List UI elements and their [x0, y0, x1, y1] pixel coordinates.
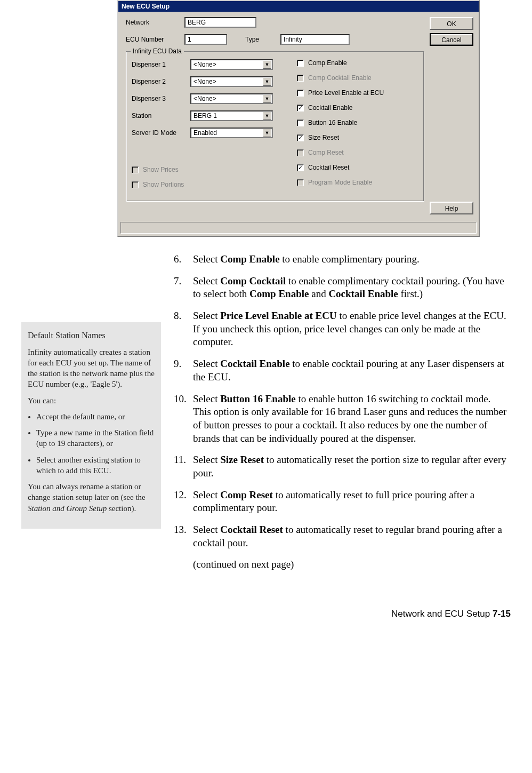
- checkbox-icon: [132, 181, 139, 188]
- step-number: 8.: [174, 309, 193, 349]
- checkbox-icon: [132, 166, 139, 173]
- step-10: 10. Select Button 16 Enable to enable bu…: [174, 393, 511, 445]
- ecu-number-label: ECU Number: [126, 36, 179, 43]
- sidebar-note: Default Station Names Infinity automatic…: [21, 322, 161, 529]
- ok-button[interactable]: OK: [430, 17, 473, 30]
- station-combo[interactable]: BERG 1 ▼: [190, 110, 273, 121]
- help-button[interactable]: Help: [430, 202, 473, 214]
- step-12: 12. Select Comp Reset to automatically r…: [174, 489, 511, 515]
- dispenser3-combo[interactable]: <None> ▼: [190, 93, 273, 104]
- step-9: 9. Select Cocktail Enable to enable cock…: [174, 357, 511, 384]
- network-label: Network: [126, 19, 179, 26]
- dispenser3-value: <None>: [194, 95, 216, 102]
- station-value: BERG 1: [194, 112, 217, 119]
- comp-reset-checkbox: Comp Reset: [297, 149, 418, 156]
- program-mode-label: Program Mode Enable: [308, 179, 372, 186]
- checkbox-icon: ✓: [297, 105, 304, 111]
- checkbox-icon: [297, 90, 304, 97]
- size-reset-label: Size Reset: [308, 134, 339, 141]
- checkbox-icon: [297, 149, 304, 156]
- chevron-down-icon[interactable]: ▼: [263, 111, 271, 120]
- step-11: 11. Select Size Reset to automatically r…: [174, 453, 511, 480]
- step-number: 7.: [174, 275, 193, 301]
- chevron-down-icon[interactable]: ▼: [263, 60, 271, 69]
- size-reset-checkbox[interactable]: ✓ Size Reset: [297, 134, 418, 141]
- sidebar-bullet: Type a new name in the Station field (up…: [36, 427, 155, 449]
- comp-enable-label: Comp Enable: [308, 59, 347, 67]
- server-id-combo[interactable]: Enabled ▼: [190, 127, 273, 138]
- step-6: 6. Select Comp Enable to enable complime…: [174, 253, 511, 266]
- sidebar-bullet: Accept the default name, or: [36, 411, 155, 422]
- step-8: 8. Select Price Level Enable at ECU to e…: [174, 309, 511, 349]
- continued-note: (continued on next page): [193, 558, 511, 571]
- dispenser2-label: Dispenser 2: [132, 78, 185, 85]
- cocktail-enable-checkbox[interactable]: ✓ Cocktail Enable: [297, 104, 418, 111]
- checkbox-icon: [297, 179, 304, 186]
- step-number: 13.: [174, 523, 193, 549]
- dispenser3-label: Dispenser 3: [132, 95, 185, 102]
- sidebar-p1: Infinity automatically creates a station…: [28, 347, 155, 390]
- dialog-title: New ECU Setup: [118, 1, 479, 12]
- step-number: 11.: [174, 453, 193, 480]
- sidebar-p2: You can:: [28, 395, 155, 406]
- infinity-ecu-data-group: Infinity ECU Data Dispenser 1 <None> ▼: [126, 51, 424, 202]
- button16-label: Button 16 Enable: [308, 119, 357, 126]
- price-level-label: Price Level Enable at ECU: [308, 89, 384, 97]
- comp-cocktail-label: Comp Cocktail Enable: [308, 74, 372, 82]
- server-id-label: Server ID Mode: [132, 129, 185, 137]
- new-ecu-setup-dialog: New ECU Setup Network BERG ECU Number 1 …: [117, 0, 480, 237]
- network-input[interactable]: BERG: [184, 17, 256, 28]
- sidebar-p3: You can always rename a station or chang…: [28, 481, 155, 514]
- cocktail-reset-checkbox[interactable]: ✓ Cocktail Reset: [297, 164, 418, 171]
- cancel-button[interactable]: Cancel: [430, 33, 473, 46]
- chevron-down-icon[interactable]: ▼: [263, 94, 271, 103]
- page-footer: Network and ECU Setup 7-15: [21, 609, 511, 619]
- server-id-value: Enabled: [194, 129, 217, 137]
- dispenser2-value: <None>: [194, 78, 216, 85]
- step-number: 12.: [174, 489, 193, 515]
- dispenser2-combo[interactable]: <None> ▼: [190, 76, 273, 87]
- step-13: 13. Select Cocktail Reset to automatical…: [174, 523, 511, 549]
- group-title: Infinity ECU Data: [131, 47, 184, 55]
- instruction-steps: 6. Select Comp Enable to enable complime…: [174, 253, 511, 571]
- type-input[interactable]: Infinity: [280, 34, 350, 45]
- station-label: Station: [132, 112, 185, 119]
- cocktail-enable-label: Cocktail Enable: [308, 104, 352, 111]
- button16-checkbox[interactable]: Button 16 Enable: [297, 119, 418, 126]
- step-number: 10.: [174, 393, 193, 445]
- show-prices-checkbox: Show Prices: [132, 166, 281, 173]
- ecu-number-input[interactable]: 1: [184, 34, 227, 45]
- status-bar: [120, 222, 477, 234]
- checkbox-icon: [297, 75, 304, 82]
- checkbox-icon: [297, 119, 304, 126]
- step-number: 6.: [174, 253, 193, 266]
- step-7: 7. Select Comp Cocktail to enable compli…: [174, 275, 511, 301]
- cocktail-reset-label: Cocktail Reset: [308, 164, 349, 171]
- price-level-checkbox[interactable]: Price Level Enable at ECU: [297, 89, 418, 97]
- comp-cocktail-checkbox: Comp Cocktail Enable: [297, 74, 418, 82]
- type-label: Type: [232, 36, 259, 43]
- checkbox-icon: [297, 60, 304, 67]
- program-mode-checkbox: Program Mode Enable: [297, 179, 418, 186]
- checkbox-icon: ✓: [297, 134, 304, 141]
- show-portions-label: Show Portions: [143, 181, 184, 188]
- dispenser1-combo[interactable]: <None> ▼: [190, 59, 273, 70]
- comp-reset-label: Comp Reset: [308, 149, 344, 156]
- step-number: 9.: [174, 357, 193, 384]
- checkbox-icon: ✓: [297, 164, 304, 171]
- chevron-down-icon[interactable]: ▼: [263, 77, 271, 86]
- comp-enable-checkbox[interactable]: Comp Enable: [297, 59, 418, 67]
- sidebar-title: Default Station Names: [28, 330, 155, 341]
- chevron-down-icon[interactable]: ▼: [263, 129, 271, 137]
- dispenser1-value: <None>: [194, 61, 216, 68]
- show-portions-checkbox: Show Portions: [132, 181, 281, 188]
- sidebar-bullet: Select another existing station to which…: [36, 455, 155, 476]
- show-prices-label: Show Prices: [143, 166, 179, 173]
- dispenser1-label: Dispenser 1: [132, 61, 185, 68]
